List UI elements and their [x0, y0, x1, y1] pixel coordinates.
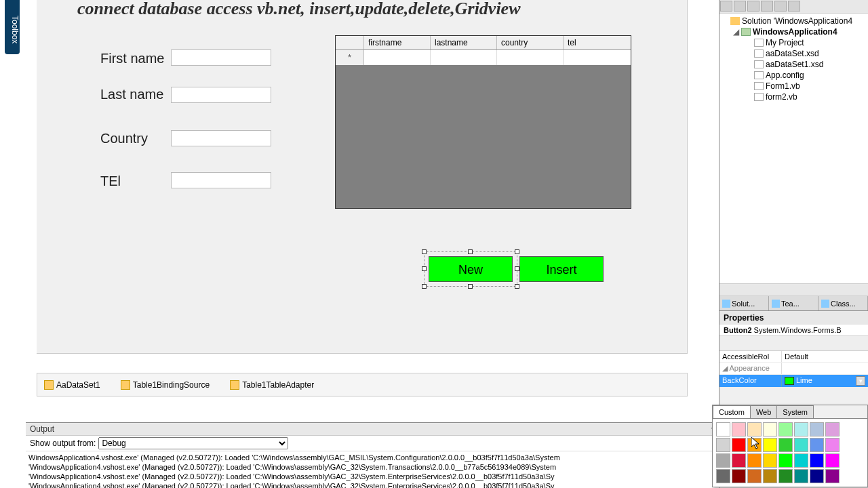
color-swatch[interactable]	[747, 453, 762, 468]
view-diagram-icon[interactable]	[788, 1, 800, 12]
insert-button[interactable]: Insert	[519, 256, 604, 282]
grid-cell[interactable]	[497, 50, 564, 65]
color-swatch[interactable]	[778, 438, 793, 452]
properties-object[interactable]: Button2 System.Windows.Forms.B	[719, 325, 868, 336]
solution-node[interactable]: Solution 'WindowsApplication4	[722, 16, 866, 26]
file-node[interactable]: aaDataSet.xsd	[722, 48, 866, 59]
grid-col-lastname[interactable]: lastname	[431, 36, 497, 49]
color-swatch[interactable]	[716, 469, 730, 483]
alphabetical-icon[interactable]	[734, 337, 748, 349]
label-lastname[interactable]: Last name	[100, 87, 163, 102]
view-designer-icon[interactable]	[774, 1, 787, 12]
color-swatch[interactable]	[810, 453, 824, 468]
output-tool-icon[interactable]	[332, 437, 344, 449]
color-swatch[interactable]	[732, 453, 746, 468]
dropdown-button[interactable]: ▾	[856, 376, 865, 386]
label-country[interactable]: Country	[100, 131, 148, 146]
label-tel[interactable]: TEl	[100, 174, 121, 189]
color-swatch[interactable]	[763, 453, 777, 468]
myproject-node[interactable]: My Project	[722, 37, 866, 48]
color-swatch[interactable]	[825, 469, 840, 483]
color-swatch[interactable]	[716, 422, 730, 436]
grid-col-country[interactable]: country	[497, 36, 564, 49]
file-node[interactable]: Form1.vb	[722, 81, 866, 92]
color-swatch[interactable]	[810, 469, 824, 483]
color-swatch[interactable]	[778, 469, 793, 483]
color-swatch[interactable]	[810, 422, 824, 436]
grid-cell[interactable]	[364, 50, 431, 65]
color-swatch[interactable]	[794, 453, 808, 468]
color-swatch[interactable]	[763, 438, 777, 452]
output-clear-icon[interactable]	[347, 437, 359, 449]
color-swatch[interactable]	[716, 453, 730, 468]
tab-custom[interactable]: Custom	[713, 405, 751, 418]
textbox-country[interactable]	[171, 130, 271, 146]
property-category[interactable]: ◢ Appearance	[719, 363, 868, 375]
textbox-firstname[interactable]	[171, 49, 271, 66]
properties-icon[interactable]	[749, 337, 762, 349]
properties-icon[interactable]	[720, 1, 732, 12]
color-swatch[interactable]	[794, 422, 808, 436]
grid-new-row[interactable]: *	[336, 50, 631, 65]
categorized-icon[interactable]	[720, 337, 734, 349]
solution-scrollbar[interactable]	[719, 283, 868, 296]
tab-web[interactable]: Web	[750, 405, 777, 418]
new-button[interactable]: New	[429, 256, 513, 282]
component-bindingsource[interactable]: Table1BindingSource	[121, 380, 210, 390]
property-row[interactable]: AccessibleRolDefault	[719, 351, 868, 363]
project-node[interactable]: ◢WindowsApplication4	[722, 26, 866, 37]
color-swatch[interactable]	[794, 438, 808, 452]
component-aadataset[interactable]: AaDataSet1	[44, 380, 100, 390]
color-swatch[interactable]	[825, 453, 840, 468]
color-swatch[interactable]	[810, 438, 824, 452]
color-swatch[interactable]	[747, 422, 762, 436]
tab-team[interactable]: Tea...	[769, 296, 818, 310]
events-icon[interactable]	[763, 337, 776, 349]
color-swatch[interactable]	[732, 469, 746, 483]
color-swatch[interactable]	[778, 422, 793, 436]
tab-system[interactable]: System	[776, 405, 814, 418]
grid-cell[interactable]	[431, 50, 497, 65]
show-all-icon[interactable]	[734, 1, 746, 12]
component-tray[interactable]: AaDataSet1 Table1BindingSource Table1Tab…	[37, 373, 688, 396]
datagridview[interactable]: firstname lastname country tel *	[335, 35, 631, 209]
color-swatch[interactable]	[732, 438, 746, 452]
color-swatch[interactable]	[716, 438, 730, 452]
output-tool-icon[interactable]	[302, 437, 314, 449]
tab-solution[interactable]: Solut...	[719, 296, 769, 310]
component-tableadapter[interactable]: Table1TableAdapter	[230, 380, 314, 390]
property-pages-icon[interactable]	[777, 337, 791, 349]
color-swatch[interactable]	[825, 422, 840, 436]
xsd-icon	[754, 60, 764, 68]
color-swatch[interactable]	[778, 453, 793, 468]
output-log[interactable]: WindowsApplication4.vshost.exe' (Managed…	[26, 451, 736, 488]
output-tool-icon[interactable]	[317, 437, 329, 449]
color-swatch[interactable]	[794, 469, 808, 483]
color-swatch[interactable]	[763, 469, 777, 483]
solution-explorer[interactable]: Solution 'WindowsApplication4 ◢WindowsAp…	[719, 14, 868, 283]
textbox-tel[interactable]	[171, 172, 271, 188]
textbox-lastname[interactable]	[171, 87, 271, 103]
output-wordwrap-icon[interactable]	[361, 437, 374, 449]
refresh-icon[interactable]	[747, 1, 760, 12]
label-firstname[interactable]: First name	[100, 51, 164, 66]
grid-col-firstname[interactable]: firstname	[364, 36, 431, 49]
tab-class[interactable]: Class...	[818, 296, 868, 310]
color-swatch[interactable]	[732, 422, 746, 436]
property-backcolor[interactable]: BackColor Lime▾	[719, 375, 868, 388]
form-designer[interactable]: connect database access vb.net, insert,u…	[37, 0, 688, 354]
grid-cell[interactable]	[564, 50, 627, 65]
file-node[interactable]: App.config	[722, 70, 866, 81]
toolbox-tab[interactable]: Toolbox	[5, 0, 20, 54]
color-swatch[interactable]	[763, 422, 777, 436]
color-swatch[interactable]	[747, 438, 762, 452]
color-picker-popup[interactable]: Custom Web System	[712, 405, 868, 487]
show-output-from-select[interactable]: Debug	[98, 437, 288, 449]
file-node[interactable]: aaDataSet1.xsd	[722, 59, 866, 70]
grid-col-tel[interactable]: tel	[564, 36, 627, 49]
color-swatch[interactable]	[825, 438, 840, 452]
file-node[interactable]: form2.vb	[722, 92, 866, 102]
color-swatch[interactable]	[747, 469, 762, 483]
properties-grid[interactable]: AccessibleRolDefault ◢ Appearance BackCo…	[719, 351, 868, 388]
view-code-icon[interactable]	[761, 1, 773, 12]
